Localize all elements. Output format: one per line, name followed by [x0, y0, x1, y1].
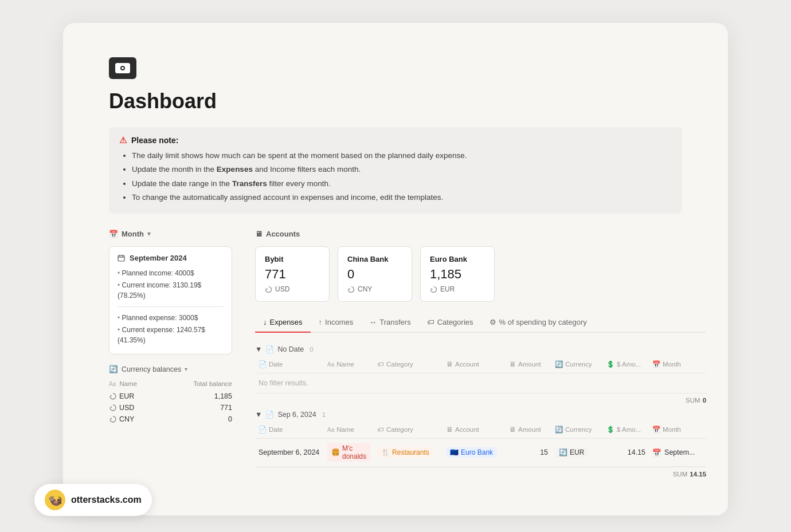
tab-categories[interactable]: 🏷Categories	[419, 313, 481, 333]
restaurant-icon: 🍴	[381, 448, 390, 456]
currency-name: USD	[119, 404, 134, 412]
spending-tab-label: % of spending by category	[499, 318, 587, 326]
col-category-1: 🏷 Category	[374, 358, 443, 371]
currency-section-title[interactable]: 🔄 Currency balances ▾	[109, 365, 232, 373]
sum-val-2: 14.15	[690, 471, 706, 478]
currency-name: EUR	[119, 392, 134, 400]
callout-title: Please note:	[131, 136, 178, 145]
col-currency-1: 🔄 Currency	[551, 358, 603, 371]
categories-tab-icon: 🏷	[427, 318, 434, 326]
col-name-icon-2: Aa	[327, 427, 334, 433]
categories-tab-label: Categories	[437, 318, 473, 326]
account-card-currency: USD	[265, 285, 320, 293]
accounts-row: Bybit 771 USD China Bank 0 CNY Euro Bank	[255, 246, 706, 302]
col-currency-icon-1: 🔄	[555, 360, 563, 368]
group-header-no-date[interactable]: ▼ 📄 No Date 0	[255, 342, 706, 356]
col-amount-icon-1: 🖥	[509, 361, 516, 368]
col-account-2: 🖥 Account	[443, 423, 506, 436]
cycle-icon-2: 🔄	[559, 448, 567, 456]
page-title: Dashboard	[109, 89, 682, 113]
name-badge: 🍔 M'c donalds	[327, 443, 370, 462]
stat-planned-income: Planned income: 4000$	[118, 268, 224, 278]
calendar-small-icon	[118, 254, 125, 262]
cycle-icon: 🔄	[109, 365, 118, 373]
col-date-icon-2: 📄	[259, 425, 267, 434]
col-name-icon-1: Aa	[327, 361, 334, 368]
spending-tab-icon: ⚙	[490, 318, 496, 326]
otter-emoji: 🦦	[48, 493, 62, 507]
table-section: ▼ 📄 No Date 0 📄 Date Aa Name 🏷 Category	[255, 342, 706, 481]
table-header-2: 📄 Date Aa Name 🏷 Category 🖥 Account 🖥 Am…	[255, 421, 706, 439]
cell-date: September 6, 2024	[255, 447, 324, 458]
account-card[interactable]: Bybit 771 USD	[255, 246, 330, 302]
tab-transfers[interactable]: ↔Transfers	[361, 313, 418, 333]
svg-rect-5	[118, 255, 124, 261]
expenses-tab-label: Expenses	[270, 318, 303, 326]
col-category-icon-2: 🏷	[377, 426, 384, 433]
incomes-tab-icon: ↑	[319, 318, 323, 326]
account-card[interactable]: China Bank 0 CNY	[338, 246, 412, 302]
col-month-icon-2: 📅	[652, 425, 660, 434]
col-month-1: 📅 Month	[649, 358, 706, 371]
account-card-amount: 771	[265, 267, 320, 282]
cycle-icon-acc	[430, 286, 437, 293]
category-badge: 🍴 Restaurants	[377, 447, 433, 458]
col-currency-2: 🔄 Currency	[551, 423, 603, 436]
group-label-2: Sep 6, 2024	[277, 411, 316, 419]
month-header-label: September 2024	[130, 254, 187, 262]
cell-currency: 🔄 EUR	[551, 446, 603, 459]
callout-item-1: The daily limit shows how much can be sp…	[132, 150, 672, 161]
col-account-icon-2: 🖥	[446, 426, 453, 433]
tab-incomes[interactable]: ↑Incomes	[311, 313, 362, 333]
account-card-name: China Bank	[347, 255, 402, 263]
table-row: September 6, 2024 🍔 M'c donalds 🍴 Restau…	[255, 439, 706, 467]
group-label-1: No Date	[277, 345, 304, 353]
triangle-icon-1: ▼	[255, 345, 262, 353]
month-chevron-icon: ▾	[147, 230, 151, 238]
month-box-header: September 2024	[118, 254, 224, 262]
no-results: No filter results.	[255, 373, 706, 393]
currency-cycle-icon	[109, 415, 117, 423]
currency-row: CNY 0	[109, 413, 232, 425]
account-card-amount: 0	[347, 267, 402, 282]
left-panel: 📅 Month ▾ September 2024 Planned income:…	[109, 230, 232, 481]
cell-name: 🍔 M'c donalds	[324, 442, 374, 463]
transfers-tab-label: Transfers	[379, 318, 410, 326]
sep6-icon: 📄	[265, 411, 274, 419]
col-name-1: Aa Name	[324, 358, 374, 371]
col-account-1: 🖥 Account	[443, 358, 506, 371]
account-card-currency: CNY	[347, 285, 402, 293]
col-amountusd-icon-2: 💲	[606, 425, 614, 434]
account-card[interactable]: Euro Bank 1,185 EUR	[420, 246, 495, 302]
stat-current-income: Current income: 3130.19$ (78.25%)	[118, 280, 224, 301]
eu-flag-icon: 🇪🇺	[450, 448, 459, 456]
currency-cycle-icon	[109, 404, 117, 412]
page-icon	[109, 57, 136, 79]
col-category-2: 🏷 Category	[374, 423, 443, 436]
currency-balance-cell: 771	[160, 402, 232, 413]
callout-list: The daily limit shows how much can be sp…	[119, 150, 672, 203]
account-card-currency: EUR	[430, 285, 485, 293]
right-panel: 🖥 Accounts Bybit 771 USD China Bank 0	[255, 230, 706, 481]
col-account-icon-1: 🖥	[446, 361, 453, 368]
group-count-2: 1	[322, 411, 326, 418]
currency-cycle-icon	[109, 392, 117, 400]
month-section-title[interactable]: 📅 Month ▾	[109, 230, 232, 238]
stat-divider	[118, 306, 224, 307]
col-amountusd-icon-1: 💲	[606, 360, 614, 368]
col-date-1: 📄 Date	[255, 358, 324, 371]
currency-table: Aa Name Total balance	[109, 379, 232, 425]
col-amount-icon-2: 🖥	[509, 426, 516, 433]
col-amountusd-1: 💲 $ Amo...	[603, 358, 649, 371]
accounts-title: 🖥 Accounts	[255, 230, 706, 238]
tab-expenses[interactable]: ↓Expenses	[255, 313, 311, 333]
account-card-amount: 1,185	[430, 267, 485, 282]
callout-box: ⚠ Please note: The daily limit shows how…	[109, 127, 682, 214]
svg-rect-4	[127, 67, 130, 69]
tab-spending[interactable]: ⚙% of spending by category	[481, 313, 595, 333]
watermark-logo: 🦦	[45, 490, 65, 510]
calendar-icon: 📅	[109, 230, 118, 238]
group-header-sep6[interactable]: ▼ 📄 Sep 6, 2024 1	[255, 407, 706, 421]
account-card-name: Euro Bank	[430, 255, 485, 263]
col-date-2: 📄 Date	[255, 423, 324, 436]
